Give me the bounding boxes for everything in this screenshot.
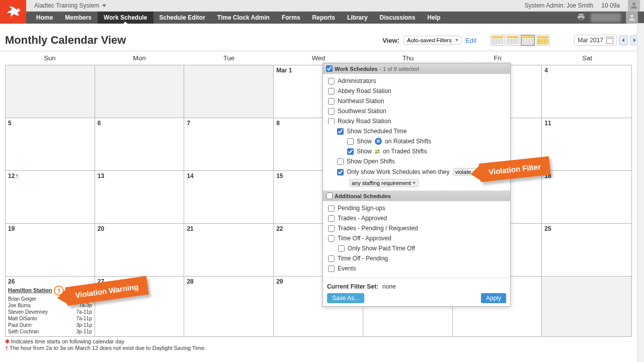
calendar-cell[interactable]: 6: [95, 118, 185, 171]
filter-header-title: Additional Schedules: [335, 193, 391, 199]
schedule-checkbox[interactable]: [328, 88, 335, 95]
save-as-button[interactable]: Save As...: [327, 293, 364, 303]
view-month-icon[interactable]: [521, 35, 535, 46]
print-icon[interactable]: [577, 13, 586, 23]
app-logo[interactable]: [0, 0, 26, 24]
date-label: Mar 2017: [578, 37, 603, 44]
legend-line: Indicates time starts on following calen…: [11, 338, 124, 344]
nav-reports[interactable]: Reports: [306, 12, 341, 24]
additional-checkbox[interactable]: [338, 245, 345, 252]
option-label: Show Open Shifts: [347, 158, 395, 165]
option-label: Only show Work Schedules when they: [347, 168, 450, 175]
additional-checkbox[interactable]: [328, 255, 335, 262]
option-label: Show: [357, 138, 372, 145]
schedule-list[interactable]: Administrators Abbey Road Station Northe…: [323, 74, 510, 124]
calendar-cell[interactable]: 7: [184, 118, 274, 171]
nav-schedule-editor[interactable]: Schedule Editor: [153, 12, 211, 24]
calendar-cell[interactable]: [95, 65, 185, 118]
schedule-checkbox[interactable]: [328, 108, 335, 115]
day-header: Mon: [95, 51, 184, 65]
nav-avatar[interactable]: [626, 12, 638, 24]
system-selector[interactable]: Aladtec Training System: [34, 2, 106, 9]
page-header: Monthly Calendar View View: Auto-saved F…: [0, 24, 644, 51]
staffing-requirement-select[interactable]: any staffing requirement: [349, 179, 419, 187]
schedule-checkbox[interactable]: [328, 98, 335, 105]
calendar-cell[interactable]: 4: [542, 65, 631, 118]
additional-label: Time Off - Approved: [338, 235, 391, 242]
calendar-cell[interactable]: 12†: [6, 171, 95, 224]
nav-home[interactable]: Home: [30, 12, 59, 24]
calendar-icon: [606, 37, 613, 44]
station-header[interactable]: Hamilton Station: [8, 287, 52, 293]
view-week-icon[interactable]: [506, 35, 520, 46]
page-scrollbar[interactable]: [637, 23, 644, 362]
additional-checkbox[interactable]: [328, 205, 335, 212]
only-show-violation-checkbox[interactable]: [337, 169, 344, 175]
filter-select[interactable]: Auto-saved Filters: [404, 36, 461, 45]
option-label: Show Scheduled Time: [347, 128, 407, 135]
nav-work-schedule[interactable]: Work Schedule: [98, 12, 153, 24]
day-header: Tue: [184, 51, 274, 65]
calendar-cell[interactable]: 11: [542, 118, 631, 171]
rotated-badge-icon: R: [375, 138, 382, 145]
day-header: Sun: [5, 51, 95, 65]
schedule-label: Abbey Road Station: [338, 87, 391, 95]
nav-library[interactable]: Library: [341, 12, 374, 24]
shift-line: Seth Cochran3p-11p: [8, 328, 92, 335]
user-avatar[interactable]: [628, 0, 640, 12]
calendar-cell[interactable]: 28: [184, 277, 274, 336]
additional-checkbox[interactable]: [328, 225, 335, 232]
apply-button[interactable]: Apply: [481, 293, 506, 303]
trade-arrows-icon: ⇄: [375, 148, 380, 155]
additional-checkbox[interactable]: [328, 265, 335, 272]
calendar-cell[interactable]: 14: [184, 171, 274, 224]
shift-line: Paul Dunn3p-11p: [8, 322, 92, 328]
show-rotated-checkbox[interactable]: [347, 138, 354, 145]
calendar-cell[interactable]: 18: [542, 171, 631, 224]
prev-month-button[interactable]: [619, 35, 628, 45]
nav-time-clock-admin[interactable]: Time Clock Admin: [211, 12, 276, 24]
view-list-icon[interactable]: [536, 35, 550, 46]
calendar-cell[interactable]: [542, 277, 631, 336]
person-icon: [627, 13, 636, 22]
clock-time: 10 09a: [601, 2, 620, 9]
additional-label: Time Off - Pending: [338, 255, 388, 262]
shift-line: Matt DiSanto7a-11p: [8, 315, 92, 322]
show-open-checkbox[interactable]: [337, 158, 344, 165]
legend: ✱ Indicates time starts on following cal…: [0, 337, 644, 352]
filter-panel: Work Schedules - 1 of 9 selected Adminis…: [323, 63, 511, 307]
calendar-cell[interactable]: [184, 65, 274, 118]
dagger-icon: †: [5, 345, 8, 351]
filter-header-count: - 1 of 9 selected: [379, 66, 419, 72]
nav-discussions[interactable]: Discussions: [374, 12, 422, 24]
view-day-icon[interactable]: [491, 35, 505, 46]
calendar-cell[interactable]: 20: [95, 224, 185, 277]
blurred-toolbar-item: [591, 13, 621, 22]
day-header: Sat: [542, 51, 632, 65]
main-nav: Home Members Work Schedule Schedule Edit…: [0, 12, 644, 24]
nav-members[interactable]: Members: [59, 12, 98, 24]
show-scheduled-checkbox[interactable]: [337, 128, 344, 135]
calendar-cell[interactable]: 21: [184, 224, 274, 277]
schedule-checkbox[interactable]: [328, 78, 335, 84]
calendar-cell[interactable]: 19: [6, 224, 95, 277]
filter-panel-footer: Current Filter Set: none: [323, 280, 510, 293]
additional-label: Pending Sign-ups: [338, 205, 385, 212]
page-title: Monthly Calendar View: [5, 34, 126, 47]
filter-panel-header: Work Schedules - 1 of 9 selected: [323, 63, 510, 74]
date-picker[interactable]: Mar 2017: [574, 35, 617, 46]
schedule-checkbox[interactable]: [328, 118, 335, 125]
work-schedules-checkbox[interactable]: [326, 65, 333, 72]
additional-checkbox[interactable]: [328, 235, 335, 242]
calendar-cell[interactable]: 5: [6, 118, 95, 171]
calendar-cell[interactable]: 25: [542, 224, 631, 277]
additional-checkbox[interactable]: [328, 215, 335, 222]
calendar-cell[interactable]: [6, 65, 95, 118]
show-traded-checkbox[interactable]: [347, 148, 354, 155]
nav-forms[interactable]: Forms: [276, 12, 306, 24]
edit-filters-link[interactable]: Edit: [465, 37, 476, 44]
nav-help[interactable]: Help: [421, 12, 446, 24]
additional-schedules-checkbox[interactable]: [326, 193, 333, 199]
calendar-cell[interactable]: 13: [95, 171, 185, 224]
bird-icon: [6, 5, 21, 20]
